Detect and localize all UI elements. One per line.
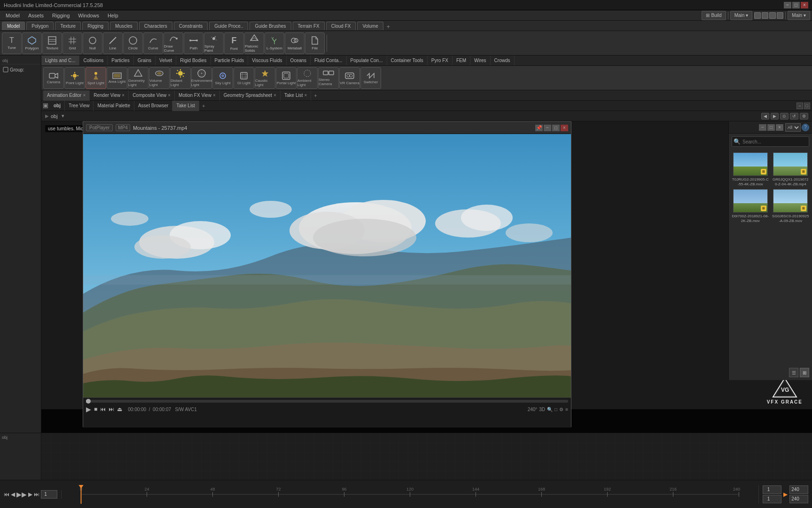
shelf-tab-volume[interactable]: Volume <box>357 22 383 30</box>
lights-tab-rigid[interactable]: Rigid Bodies <box>176 56 211 66</box>
shelf-tab-muscles[interactable]: Muscles <box>110 22 138 30</box>
tool-path[interactable]: Path <box>184 32 203 54</box>
path-forward[interactable]: ▶ <box>771 113 779 119</box>
path-home[interactable]: ⊙ <box>780 113 789 119</box>
tool-line[interactable]: Line <box>103 32 123 54</box>
tab-close-mfx[interactable]: × <box>213 93 216 98</box>
tab-close-comp[interactable]: × <box>168 93 171 98</box>
sidebar-obj-icon[interactable]: Group: <box>1 66 40 73</box>
layout-btn-1[interactable] <box>754 12 761 19</box>
lights-tab-fluid[interactable]: Fluid Conta... <box>311 56 346 66</box>
frame-end-input[interactable] <box>789 485 808 494</box>
lights-tab-particle-fluids[interactable]: Particle Fluids <box>211 56 249 66</box>
fb-file-1[interactable]: ⊞ T0JRUG2-2019905-C-55-4K-ZB.mov <box>732 152 769 186</box>
path-settings[interactable]: ⚙ <box>800 113 808 119</box>
tool-polygon[interactable]: Polygon <box>22 32 42 54</box>
lights-tab-fem[interactable]: FEM <box>453 56 470 66</box>
light-vr-camera[interactable]: VR Camera <box>339 67 360 89</box>
shelf-more-btn[interactable]: + <box>385 24 392 30</box>
tool-null[interactable]: Null <box>83 32 102 54</box>
fb-close-btn[interactable]: × <box>776 124 783 131</box>
minimize-btn[interactable]: − <box>784 2 791 8</box>
tool-circle[interactable]: Circle <box>123 32 143 54</box>
current-frame-input[interactable] <box>763 495 781 503</box>
fb-min-btn[interactable]: − <box>759 124 766 131</box>
path-refresh[interactable]: ↺ <box>790 113 798 119</box>
lights-tab-lights[interactable]: Lights and C... <box>41 56 79 66</box>
lights-tab-crowds[interactable]: Crowds <box>491 56 515 66</box>
tab2-add[interactable]: + <box>199 103 208 109</box>
light-distant[interactable]: Distant Light <box>170 67 191 89</box>
light-switcher[interactable]: Switcher <box>360 67 381 89</box>
layout-btn-4[interactable] <box>777 12 783 19</box>
timeline-next[interactable]: ▶ <box>28 491 32 498</box>
tab-animation-editor[interactable]: Animation Editor × <box>43 90 90 101</box>
pp-settings-btn[interactable]: ⚙ <box>559 407 563 412</box>
shelf-tab-constraints[interactable]: Constraints <box>174 22 208 30</box>
layout-btn-3[interactable] <box>769 12 776 19</box>
pp-zoom-btn[interactable]: 🔍 <box>547 407 553 412</box>
tab-close-geo[interactable]: × <box>273 93 276 98</box>
tab-geo-spreadsheet[interactable]: Geometry Spreadsheet × <box>220 90 281 101</box>
tab-add[interactable]: + <box>311 93 320 98</box>
shelf-tab-guidep[interactable]: Guide Proce.. <box>209 22 248 30</box>
tab-tree-view[interactable]: Tree View <box>65 101 94 111</box>
potplayer-logo[interactable]: PotPlayer <box>86 124 113 131</box>
tab-material-palette[interactable]: Material Palette <box>94 101 134 111</box>
viewport-minimize[interactable]: − <box>796 103 803 109</box>
timeline-prev[interactable]: ◀ <box>11 491 15 498</box>
tab-composite-view[interactable]: Composite View × <box>129 90 175 101</box>
shelf-tab-texture[interactable]: Texture <box>55 22 81 30</box>
shelf-tab-model[interactable]: Model <box>2 22 25 30</box>
pp-max[interactable]: □ <box>552 125 560 131</box>
lights-tab-container[interactable]: Container Tools <box>387 56 428 66</box>
tab-render-view[interactable]: Render View × <box>90 90 129 101</box>
light-gi[interactable]: GI Light <box>234 67 254 89</box>
lights-tab-populate[interactable]: Populate Con... <box>347 56 387 66</box>
frame-start-input[interactable] <box>763 485 781 494</box>
fb-search-input[interactable] <box>732 136 809 147</box>
tab-motion-fx[interactable]: Motion FX View × <box>175 90 220 101</box>
pp-close[interactable]: × <box>561 125 568 131</box>
pp-prev-btn[interactable]: ⏮ <box>100 406 106 413</box>
timeline-ruler[interactable]: 0 24 48 72 96 120 144 168 192 <box>62 480 758 508</box>
shelf-tab-rigging[interactable]: Rigging <box>82 22 109 30</box>
light-environment[interactable]: Environment Light <box>191 67 212 89</box>
lights-tab-wires[interactable]: Wires <box>470 56 491 66</box>
light-point[interactable]: Point Light <box>64 67 85 89</box>
pp-eject-btn[interactable]: ⏏ <box>117 406 122 413</box>
path-dropdown[interactable]: ▾ <box>62 113 64 119</box>
pp-3d-btn[interactable]: 3D <box>539 407 545 412</box>
path-back[interactable]: ◀ <box>761 113 769 119</box>
light-ambient[interactable]: Ambient Light <box>297 67 318 89</box>
shelf-tab-characters[interactable]: Characters <box>139 22 172 30</box>
build-btn[interactable]: ⊞ Build <box>702 11 726 20</box>
tab-close-anim[interactable]: × <box>83 93 86 98</box>
potplayer-window[interactable]: PotPlayer MP4 Mountains - 25737.mp4 📌 − … <box>83 121 571 427</box>
tool-texture[interactable]: Texture <box>42 32 62 54</box>
light-caustic[interactable]: Caustic Light <box>255 67 275 89</box>
main2-btn[interactable]: Main ▾ <box>788 11 810 20</box>
layout-btn-2[interactable] <box>762 12 768 19</box>
lights-tab-collisions[interactable]: Collisions <box>79 56 108 66</box>
pp-min[interactable]: − <box>544 125 551 131</box>
tool-font[interactable]: F Font <box>224 32 244 54</box>
tab-take-list2[interactable]: Take List <box>172 101 199 111</box>
shelf-tab-guideb[interactable]: Guide Brushes <box>250 22 291 30</box>
tab-take-list[interactable]: Take List × <box>281 90 311 101</box>
tool-file[interactable]: File <box>305 32 325 54</box>
light-portal[interactable]: Portal Light <box>276 67 297 89</box>
tool-grid[interactable]: Grid <box>62 32 82 54</box>
tool-platonic[interactable]: Platonic Solids <box>244 32 264 54</box>
tool-draw-curve[interactable]: Draw Curve <box>164 32 183 54</box>
pp-play-btn[interactable]: ▶ <box>86 405 91 413</box>
lights-tab-oceans[interactable]: Oceans <box>287 56 311 66</box>
tab-close-take[interactable]: × <box>304 93 307 98</box>
lights-tab-viscous[interactable]: Viscous Fluids <box>248 56 286 66</box>
node-editor[interactable] <box>41 433 812 480</box>
shelf-tab-cloudFX[interactable]: Cloud FX <box>326 22 356 30</box>
lights-tab-grains[interactable]: Grains <box>134 56 156 66</box>
pp-progress-bar[interactable] <box>86 400 568 403</box>
timeline-prev-frame[interactable]: ⏮ <box>4 491 9 498</box>
fb-file-3[interactable]: ⊞ D0I700Z-2018921-08-2K-ZB.mov <box>732 189 769 223</box>
